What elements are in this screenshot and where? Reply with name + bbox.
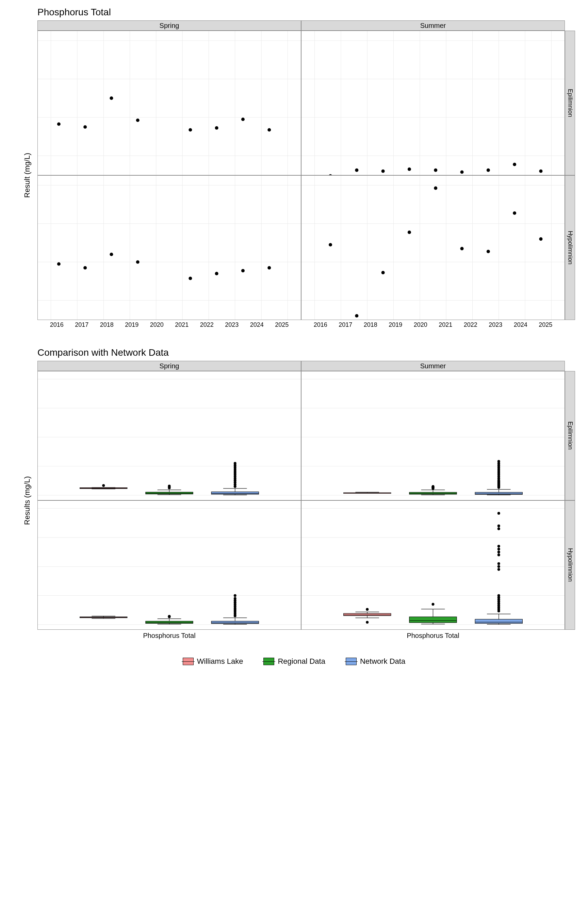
legend-swatch xyxy=(263,658,274,665)
x-tick: 2018 xyxy=(364,321,377,328)
x-cat-spring: Phosphorus Total xyxy=(37,630,301,643)
x-tick: 2016 xyxy=(314,321,327,328)
row-strip-epi: Epilimnion xyxy=(565,31,575,175)
scatter-facet-chart: Phosphorus Total Spring Summer Result (m… xyxy=(7,7,581,334)
chart1-title: Phosphorus Total xyxy=(37,7,581,18)
chart2-title: Comparison with Network Data xyxy=(37,347,581,358)
x-tick: 2019 xyxy=(389,321,402,328)
panel2-spring-epi: 1.2 0.9 0.6 0.3 0.0 xyxy=(37,371,301,500)
col-strip-spring2: Spring xyxy=(37,361,301,371)
svg-point-236 xyxy=(498,565,500,568)
svg-point-88 xyxy=(513,212,516,215)
svg-point-20 xyxy=(241,118,245,121)
svg-point-81 xyxy=(329,243,332,246)
svg-point-43 xyxy=(513,163,516,166)
x-tick: 2023 xyxy=(225,321,239,328)
panel-summer-hypo xyxy=(301,175,565,320)
x-tick: 2020 xyxy=(150,321,164,328)
svg-point-59 xyxy=(57,262,61,265)
svg-point-66 xyxy=(267,266,271,270)
x-tick: 2017 xyxy=(75,321,89,328)
panel-spring-epi: 0.16 0.12 0.08 0.04 xyxy=(37,31,301,175)
svg-point-237 xyxy=(498,563,500,565)
x-tick: 2025 xyxy=(539,321,552,328)
svg-point-202 xyxy=(234,594,236,597)
svg-point-146 xyxy=(431,485,434,488)
panel-summer-epi xyxy=(301,31,565,175)
svg-point-238 xyxy=(498,553,500,556)
svg-point-61 xyxy=(110,252,113,256)
svg-rect-216 xyxy=(409,617,457,622)
x-tick: 2021 xyxy=(175,321,189,328)
svg-point-18 xyxy=(189,128,192,131)
svg-point-40 xyxy=(434,168,437,172)
svg-point-62 xyxy=(136,260,139,264)
svg-point-89 xyxy=(539,237,543,241)
svg-point-126 xyxy=(234,462,236,465)
svg-point-84 xyxy=(408,230,411,234)
svg-point-235 xyxy=(498,568,500,571)
col-strip-summer2: Summer xyxy=(301,361,565,371)
x-tick: 2024 xyxy=(514,321,527,328)
panel2-spring-hypo: 1.2 0.9 0.6 0.3 0.0 xyxy=(37,500,301,630)
legend-label: Regional Data xyxy=(278,657,325,666)
svg-point-44 xyxy=(539,170,543,173)
svg-point-65 xyxy=(241,269,245,272)
svg-rect-148 xyxy=(475,492,522,494)
svg-rect-209 xyxy=(344,613,391,616)
legend-label: Williams Lake xyxy=(197,657,243,666)
svg-point-36 xyxy=(329,174,332,175)
x-tick: 2022 xyxy=(200,321,214,328)
svg-point-60 xyxy=(83,266,87,270)
svg-point-37 xyxy=(355,168,358,172)
svg-point-83 xyxy=(381,271,385,274)
chart1-ylabel: Result (mg/L) xyxy=(17,31,37,320)
panel2-summer-hypo xyxy=(301,500,565,630)
x-tick: 2024 xyxy=(250,321,264,328)
legend-item: Regional Data xyxy=(263,657,325,666)
svg-point-243 xyxy=(498,525,500,527)
svg-point-14 xyxy=(57,123,61,126)
x-tick: 2020 xyxy=(414,321,427,328)
svg-point-38 xyxy=(381,170,385,173)
x-tick: 2018 xyxy=(100,321,114,328)
svg-point-19 xyxy=(215,126,218,130)
svg-point-39 xyxy=(408,168,411,171)
svg-point-244 xyxy=(498,512,500,515)
svg-point-241 xyxy=(498,545,500,547)
svg-rect-181 xyxy=(145,621,193,624)
x-tick: 2017 xyxy=(339,321,352,328)
legend-item: Network Data xyxy=(346,657,405,666)
svg-rect-188 xyxy=(211,621,258,624)
x-ticks-summer: 2016201720182019202020212022202320242025 xyxy=(301,320,565,334)
svg-point-64 xyxy=(215,272,218,275)
svg-point-41 xyxy=(460,171,464,174)
legend-label: Network Data xyxy=(360,657,405,666)
legend-item: Williams Lake xyxy=(183,657,243,666)
svg-point-169 xyxy=(498,460,500,462)
svg-rect-222 xyxy=(475,619,522,623)
panel2-summer-epi xyxy=(301,371,565,500)
chart1-grid: Spring Summer Result (mg/L) 0.16 0.12 0.… xyxy=(17,20,575,334)
panel-spring-hypo: 0.16 0.12 0.08 0.04 xyxy=(37,175,301,320)
svg-point-220 xyxy=(431,603,434,606)
row-strip-hypo: Hypolimnion xyxy=(565,175,575,320)
x-tick: 2025 xyxy=(275,321,289,328)
x-cat-summer: Phosphorus Total xyxy=(301,630,565,643)
svg-rect-110 xyxy=(211,492,258,494)
boxplot-facet-chart: Comparison with Network Data Spring Summ… xyxy=(7,347,581,643)
svg-point-42 xyxy=(486,168,490,172)
svg-point-87 xyxy=(486,250,490,253)
chart2-ylabel: Results (mg/L) xyxy=(17,371,37,630)
svg-point-214 xyxy=(366,608,368,611)
x-tick: 2023 xyxy=(489,321,502,328)
svg-point-100 xyxy=(102,484,105,487)
col-strip-spring: Spring xyxy=(37,20,301,31)
svg-point-17 xyxy=(136,118,139,122)
row-strip-epi2: Epilimnion xyxy=(565,371,575,500)
row-strip-hypo2: Hypolimnion xyxy=(565,500,575,630)
x-tick: 2021 xyxy=(439,321,452,328)
svg-point-82 xyxy=(355,314,358,318)
x-ticks-spring: 2016201720182019202020212022202320242025 xyxy=(37,320,301,334)
legend-swatch xyxy=(346,658,357,665)
